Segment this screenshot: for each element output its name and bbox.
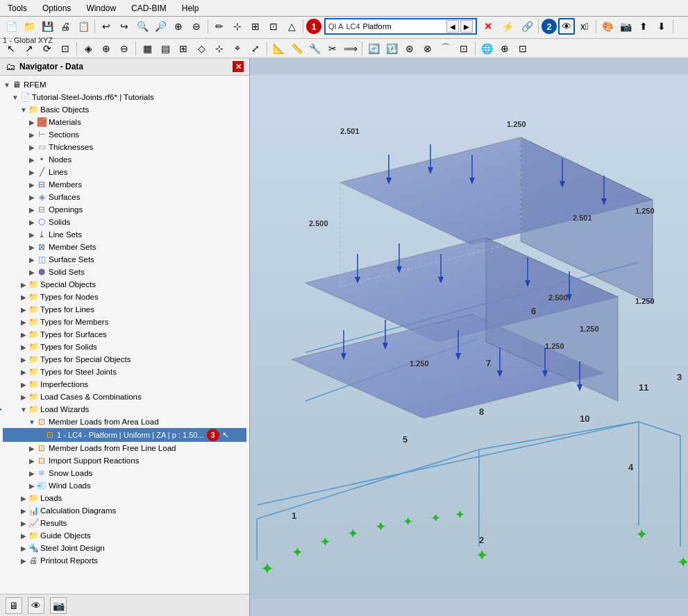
printout-toggle[interactable]: ▶ <box>19 556 28 565</box>
tree-typessolids[interactable]: ▶ 📁 Types for Solids <box>3 341 246 353</box>
typesmembers-toggle[interactable]: ▶ <box>19 318 28 326</box>
tb2-btn16[interactable]: 📏 <box>288 40 305 57</box>
tree-typesnodes[interactable]: ▶ 📁 Types for Nodes <box>3 291 246 303</box>
tree-solidsets[interactable]: ▶ ⬢ Solid Sets <box>3 266 246 278</box>
tb2-btn12[interactable]: ⊹ <box>211 40 228 57</box>
loads-toggle[interactable]: ▶ <box>19 494 28 502</box>
tb2-btn21[interactable]: 🔃 <box>383 40 400 57</box>
tb2-btn6[interactable]: ⊕ <box>98 40 115 57</box>
surfaces-toggle[interactable]: ▶ <box>28 193 36 201</box>
tb-btn-view1[interactable]: 👁 <box>558 18 575 35</box>
nodes-toggle[interactable]: ▶ <box>28 155 36 164</box>
linesets-toggle[interactable]: ▶ <box>28 230 36 239</box>
tree-lines[interactable]: ▶ ╱ Lines <box>3 166 246 178</box>
tree-importsupport[interactable]: ▶ ⊡ Import Support Reactions <box>3 454 246 467</box>
tb2-btn26[interactable]: 🌐 <box>478 40 495 57</box>
tree-loadcases[interactable]: ▶ 📁 Load Cases & Combinations <box>3 391 246 403</box>
tree-typeslines[interactable]: ▶ 📁 Types for Lines <box>3 303 246 316</box>
tb-btn-7[interactable]: ↪ <box>116 18 133 35</box>
tree-sections[interactable]: ▶ ⊢ Sections <box>3 128 246 141</box>
tb-btn-export2[interactable]: ⬇ <box>653 18 670 35</box>
tb-btn-13[interactable]: ⊹ <box>229 18 246 35</box>
surfacesets-toggle[interactable]: ▶ <box>28 255 36 264</box>
tree-imperfections[interactable]: ▶ 📁 Imperfections <box>3 378 246 391</box>
tb2-btn17[interactable]: 🔧 <box>306 40 323 57</box>
tb-btn-render[interactable]: 🎨 <box>599 18 616 35</box>
sections-toggle[interactable]: ▶ <box>28 130 36 139</box>
typessolids-toggle[interactable]: ▶ <box>19 343 28 351</box>
tb2-btn3[interactable]: ⟳ <box>39 40 56 57</box>
tree-guideobjects[interactable]: ▶ 📁 Guide Objects <box>3 529 246 542</box>
tree-nodes[interactable]: ▶ • Nodes <box>3 153 246 166</box>
tb2-btn11[interactable]: ◇ <box>193 40 210 57</box>
nav-eye-btn[interactable]: 👁 <box>28 597 44 614</box>
results-toggle[interactable]: ▶ <box>19 519 28 527</box>
typeslines-toggle[interactable]: ▶ <box>19 305 28 314</box>
tb-btn-6[interactable]: ↩ <box>98 18 115 35</box>
tree-typesmembers[interactable]: ▶ 📁 Types for Members <box>3 316 246 328</box>
save-button[interactable]: 💾 <box>39 18 56 35</box>
tree-typessurfaces[interactable]: ▶ 📁 Types for Surfaces <box>3 328 246 341</box>
tb2-btn19[interactable]: ⟹ <box>342 40 359 57</box>
tree-calcdiagrams[interactable]: ▶ 📊 Calculation Diagrams <box>3 504 246 517</box>
tb-btn-8[interactable]: 🔍 <box>134 18 151 35</box>
new-button[interactable]: 📄 <box>3 18 19 35</box>
tree-memberloadsarea[interactable]: ▼ ⊡ Member Loads from Area Load <box>3 416 246 428</box>
loadcase-selector[interactable]: QI A LC4 Platform ◀ ▶ <box>324 18 477 35</box>
tree-memberloadsline[interactable]: ▶ ⊡ Member Loads from Free Line Load <box>3 442 246 454</box>
tb-btn-12[interactable]: ✏ <box>211 18 228 35</box>
tree-rfem[interactable]: ▼ 🖥 RFEM <box>3 78 246 91</box>
lc-close[interactable]: ✕ <box>480 18 496 35</box>
typesnodes-toggle[interactable]: ▶ <box>19 293 28 301</box>
calcdiagrams-toggle[interactable]: ▶ <box>19 506 28 515</box>
snowloads-toggle[interactable]: ▶ <box>28 469 36 477</box>
nav-camera-btn[interactable]: 📷 <box>50 597 67 614</box>
file-toggle[interactable]: ▼ <box>11 93 19 101</box>
tree-basic[interactable]: ▼ 📁 Basic Objects <box>3 103 246 116</box>
imperfections-toggle[interactable]: ▶ <box>19 380 28 388</box>
typessurfaces-toggle[interactable]: ▶ <box>19 330 28 339</box>
tree-printout[interactable]: ▶ 🖨 Printout Reports <box>3 554 246 567</box>
thicknesses-toggle[interactable]: ▶ <box>28 143 36 151</box>
basic-toggle[interactable]: ▼ <box>19 105 28 114</box>
open-button[interactable]: 📁 <box>21 18 37 35</box>
tb2-btn13[interactable]: ⌖ <box>229 40 246 57</box>
lc-btn2[interactable]: 🔗 <box>519 18 535 35</box>
tb2-btn20[interactable]: 🔄 <box>365 40 382 57</box>
tb-btn-16[interactable]: △ <box>283 18 300 35</box>
members-toggle[interactable]: ▶ <box>28 180 36 189</box>
special-toggle[interactable]: ▶ <box>19 280 28 289</box>
tree-results[interactable]: ▶ 📈 Results <box>3 517 246 529</box>
nav-screen-btn[interactable]: 🖥 <box>6 597 22 614</box>
tb2-btn10[interactable]: ⊞ <box>175 40 192 57</box>
tb-btn-view2[interactable]: x⃞ <box>576 18 593 35</box>
tb2-btn8[interactable]: ▦ <box>139 40 156 57</box>
tb-btn-5[interactable]: 📋 <box>75 18 92 35</box>
lines-toggle[interactable]: ▶ <box>28 168 36 176</box>
solidsets-toggle[interactable]: ▶ <box>28 268 36 276</box>
tree-typessteel[interactable]: ▶ 📁 Types for Steel Joints <box>3 366 246 378</box>
tb2-btn4[interactable]: ⊡ <box>57 40 74 57</box>
tb2-btn28[interactable]: ⊡ <box>514 40 531 57</box>
tb-btn-9[interactable]: 🔎 <box>152 18 169 35</box>
tb2-btn27[interactable]: ⊕ <box>496 40 513 57</box>
tb2-btn1[interactable]: ↖ <box>3 40 19 57</box>
windloads-toggle[interactable]: ▶ <box>28 481 36 490</box>
tree-typesspecial[interactable]: ▶ 📁 Types for Special Objects <box>3 353 246 366</box>
importsupport-toggle[interactable]: ▶ <box>28 456 36 465</box>
menu-tools[interactable]: Tools <box>6 3 29 14</box>
tree-thicknesses[interactable]: ▶ ▭ Thicknesses <box>3 141 246 153</box>
tree-members[interactable]: ▶ ⊟ Members <box>3 178 246 191</box>
lc-next[interactable]: ▶ <box>460 20 473 33</box>
tb2-btn22[interactable]: ⊛ <box>401 40 418 57</box>
tb2-btn23[interactable]: ⊗ <box>419 40 436 57</box>
tree-linesets[interactable]: ▶ ⤓ Line Sets <box>3 228 246 241</box>
tb2-btn14[interactable]: ⤢ <box>247 40 264 57</box>
openings-toggle[interactable]: ▶ <box>28 205 36 214</box>
tb2-btn18[interactable]: ✂ <box>324 40 341 57</box>
memberloadsarea-toggle[interactable]: ▼ <box>28 418 36 426</box>
tree-windloads[interactable]: ▶ 💨 Wind Loads <box>3 479 246 492</box>
tb2-btn7[interactable]: ⊖ <box>116 40 133 57</box>
tree-special[interactable]: ▶ 📁 Special Objects <box>3 278 246 291</box>
solids-toggle[interactable]: ▶ <box>28 218 36 226</box>
